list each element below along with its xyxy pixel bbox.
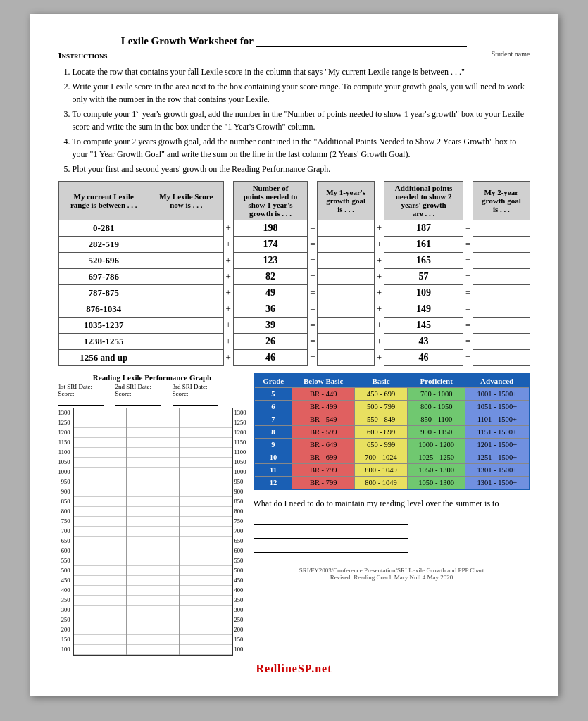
cell-score-input [149,301,224,318]
graph-cell [74,458,126,468]
cell-points1: 39 [233,318,308,334]
graph-cell [74,428,126,438]
cell-additional: 187 [384,220,463,237]
graph-cell [180,438,232,448]
perf-cell-below: BR - 649 [292,439,355,451]
graph-cell [180,458,232,468]
perf-cell-grade: 5 [254,388,292,401]
graph-cell [74,596,126,606]
cell-plus2: + [374,318,384,334]
cell-plus2: + [374,285,384,301]
y-label-right: 300 [234,605,246,615]
footer-text: SRI/FY2003/Conference Presentation/SRI L… [254,567,530,581]
cell-eq2: = [463,237,473,253]
graph-cell [127,517,179,527]
graph-cell [180,615,232,625]
y-label: 750 [61,516,72,526]
graph-grid [73,408,233,656]
cell-score-input [149,237,224,253]
y-label: 250 [61,615,72,625]
y-label-right: 400 [234,585,246,595]
cell-plus2: + [374,301,384,318]
cell-goal1-input [318,285,374,301]
cell-points1: 36 [233,301,308,318]
cell-plus2: + [374,253,384,269]
perf-cell-prof: 900 - 1150 [408,426,465,439]
cell-plus1: + [223,301,233,318]
y-label-right: 900 [234,487,246,496]
graph-cell [127,408,179,418]
perf-cell-below: BR - 499 [292,401,355,413]
cell-goal2-input [473,350,530,366]
cell-goal1-input [318,220,374,237]
cell-eq2: = [463,269,473,285]
graph-cell [127,477,179,487]
cell-eq2: = [463,334,473,350]
col-header-op1 [223,182,233,220]
table-row: 1256 and up + 46 = + 46 = [58,350,530,366]
instruction-4: To compute your 2 years growth goal, add… [73,135,530,161]
cell-goal2-input [473,253,530,269]
cell-range: 1238-1255 [58,334,149,350]
y-label: 800 [61,506,72,516]
cell-goal1-input [318,318,374,334]
graph-cell [127,468,179,477]
cell-eq1: = [308,350,318,366]
graph-cell [74,556,126,566]
y-label: 850 [61,496,72,506]
perf-cell-basic: 800 - 1049 [354,477,407,490]
col-header-range: My current Lexilerange is between . . . [58,182,149,220]
perf-cell-below: BR - 549 [292,413,355,426]
cell-goal2-input [473,269,530,285]
cell-range: 0-281 [58,220,149,237]
graph-cell [180,606,232,615]
graph-cell [74,537,126,546]
y-label: 700 [61,526,72,536]
perf-cell-basic: 600 - 899 [354,426,407,439]
perf-cell-adv: 1101 - 1500+ [465,413,530,426]
graph-cell [127,556,179,566]
cell-plus1: + [223,220,233,237]
cell-eq2: = [463,220,473,237]
instructions-header-row: Instructions Student name [58,50,530,61]
instruction-5: Plot your first and second years' growth… [73,163,530,175]
instruction-2: Write your Lexile score in the area next… [73,80,530,106]
y-label-right: 1050 [234,457,246,467]
perf-cell-adv: 1301 - 1500+ [465,477,530,490]
perf-table-row: 9 BR - 649 650 - 999 1000 - 1200 1201 - … [254,439,530,451]
col-header-score: My Lexile Scorenow is . . . [149,182,224,220]
perf-cell-prof: 850 - 1100 [408,413,465,426]
cell-eq1: = [308,285,318,301]
perf-cell-adv: 1201 - 1500+ [465,439,530,451]
perf-cell-adv: 1251 - 1500+ [465,451,530,464]
y-label-right: 600 [234,546,246,556]
answer-line-1 [254,513,408,525]
perf-table-row: 7 BR - 549 550 - 849 850 - 1100 1101 - 1… [254,413,530,426]
y-label: 150 [61,634,72,644]
graph-cell [74,566,126,576]
perf-cell-basic: 800 - 1049 [354,464,407,477]
graph-cell [74,507,126,517]
cell-eq2: = [463,350,473,366]
answer-line-3 [254,541,408,553]
graph-date-1: 1st SRI Date: Score: [58,383,111,406]
col-header-points1: Number ofpoints needed toshow 1 year'sgr… [233,182,308,220]
what-section: What do I need to do to maintain my read… [254,497,530,553]
graph-cell [127,418,179,428]
graph-cell [74,527,126,537]
y-label-right: 450 [234,575,246,585]
performance-section: Grade Below Basic Basic Proficient Advan… [254,373,530,656]
y-label-right: 550 [234,556,246,565]
cell-plus1: + [223,350,233,366]
table-row: 1238-1255 + 26 = + 43 = [58,334,530,350]
y-label-right: 850 [234,496,246,506]
cell-plus1: + [223,237,233,253]
y-label-right: 200 [234,625,246,634]
graph-title: Reading Lexile Performance Graph [58,373,246,382]
cell-eq2: = [463,253,473,269]
cell-eq2: = [463,285,473,301]
y-label: 1100 [58,447,72,457]
graph-grid-container: 1300125012001150110010501000950900850800… [58,408,246,656]
y-label-right: 100 [234,644,246,654]
bottom-section: Reading Lexile Performance Graph 1st SRI… [58,373,530,656]
